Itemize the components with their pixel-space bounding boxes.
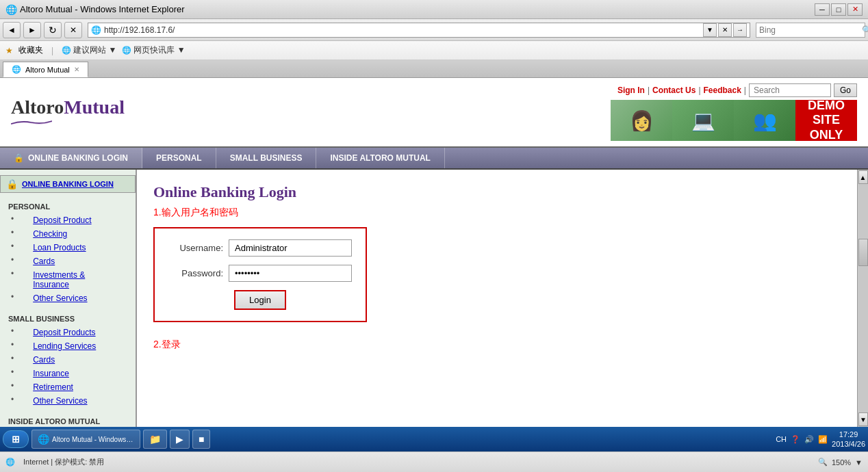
nav-item-personal[interactable]: PERSONAL bbox=[142, 148, 216, 168]
logo-mutual: Mutual bbox=[64, 96, 125, 118]
insurance-link[interactable]: Insurance bbox=[16, 367, 77, 380]
minimize-button[interactable]: ─ bbox=[815, 3, 830, 16]
zoom-dropdown-button[interactable]: ▼ bbox=[855, 458, 863, 467]
header-links: Sign In | Contact Us | Feedback | Go bbox=[617, 83, 857, 97]
sidebar-item-deposit-product[interactable]: Deposit Product bbox=[0, 213, 136, 227]
address-refresh-button[interactable]: ✕ bbox=[718, 23, 732, 37]
sidebar-item-retirement[interactable]: Retirement bbox=[0, 380, 136, 394]
taskbar-button-terminal[interactable]: ■ bbox=[192, 430, 210, 449]
taskbar-terminal-icon: ■ bbox=[199, 434, 204, 445]
taskbar-button-ie[interactable]: 🌐 Altoro Mutual - Windows Internet Explo… bbox=[31, 430, 140, 449]
status-right: 🔍 150% ▼ bbox=[818, 458, 863, 467]
sidebar-item-lending-services[interactable]: Lending Services bbox=[0, 339, 136, 353]
refresh-button[interactable]: ↻ bbox=[44, 22, 62, 38]
taskbar-button-media[interactable]: ▶ bbox=[170, 430, 190, 449]
username-label: Username: bbox=[168, 243, 223, 253]
deposit-product-link[interactable]: Deposit Product bbox=[16, 214, 99, 226]
main-content: Online Banking Login 1.输入用户名和密码 Username… bbox=[137, 170, 857, 461]
tab-label: Altoro Mutual bbox=[25, 66, 70, 74]
site-search-input[interactable] bbox=[749, 83, 831, 97]
address-bar-input[interactable] bbox=[104, 25, 703, 35]
header-person-icon-1: 👩 bbox=[630, 109, 654, 132]
nav-item-small-business[interactable]: SMALL BUSINESS bbox=[216, 148, 317, 168]
header-image-2: 💻 bbox=[672, 100, 734, 141]
address-bar-container: 🌐 ▼ ✕ → bbox=[88, 23, 750, 38]
sidebar-login-section[interactable]: 🔒 ONLINE BANKING LOGIN bbox=[0, 175, 136, 193]
zoom-level: 150% bbox=[832, 458, 851, 467]
tab-close-button[interactable]: ✕ bbox=[74, 66, 79, 73]
header-search: Go bbox=[749, 83, 857, 97]
page-title: Online Banking Login bbox=[153, 183, 841, 201]
other-services-sb-link[interactable]: Other Services bbox=[16, 395, 95, 407]
login-btn-row: Login bbox=[168, 290, 352, 310]
password-input[interactable] bbox=[229, 265, 352, 282]
browser-title: Altoro Mutual - Windows Internet Explore… bbox=[20, 4, 185, 14]
taskbar-question-icon: ❓ bbox=[791, 435, 800, 444]
favorites-item-suggest[interactable]: 🌐 建议网站 ▼ bbox=[62, 44, 116, 56]
header-people-icon: 👥 bbox=[753, 109, 777, 132]
windows-icon: ⊞ bbox=[12, 434, 20, 445]
lock-nav-icon: 🔒 bbox=[14, 153, 24, 163]
sidebar-item-other-personal[interactable]: Other Services bbox=[0, 291, 136, 305]
retirement-link[interactable]: Retirement bbox=[16, 381, 81, 393]
sidebar-item-investments[interactable]: Investments & Insurance bbox=[0, 268, 136, 291]
address-go-button[interactable]: → bbox=[733, 23, 747, 37]
search-bar-container: 🔍 ▼ bbox=[756, 23, 865, 38]
start-button[interactable]: ⊞ bbox=[3, 430, 29, 448]
active-tab[interactable]: 🌐 Altoro Mutual ✕ bbox=[3, 62, 88, 77]
sidebar-item-insurance[interactable]: Insurance bbox=[0, 367, 136, 380]
date: 2013/4/26 bbox=[832, 439, 865, 449]
feedback-link[interactable]: Feedback bbox=[704, 86, 741, 95]
back-button[interactable]: ◄ bbox=[3, 22, 21, 38]
username-input[interactable] bbox=[229, 239, 352, 257]
logo-altoro: Altoro bbox=[11, 96, 64, 118]
site-search-go-button[interactable]: Go bbox=[834, 83, 857, 97]
taskbar-network-icon: 📶 bbox=[818, 435, 828, 444]
demo-badge: DEMO SITE ONLY bbox=[795, 100, 857, 141]
maximize-button[interactable]: □ bbox=[831, 3, 846, 16]
favorites-item-quicknews[interactable]: 🌐 网页快讯库 ▼ bbox=[122, 44, 185, 56]
loan-products-link[interactable]: Loan Products bbox=[16, 241, 94, 254]
header-laptop-icon: 💻 bbox=[691, 109, 715, 132]
vertical-scrollbar[interactable]: ▲ ▼ bbox=[857, 170, 868, 461]
contact-link[interactable]: Contact Us bbox=[652, 86, 695, 95]
signin-link[interactable]: Sign In bbox=[617, 86, 645, 95]
cards-personal-link[interactable]: Cards bbox=[16, 255, 63, 267]
scroll-up-button[interactable]: ▲ bbox=[858, 170, 868, 184]
scroll-down-button[interactable]: ▼ bbox=[858, 412, 868, 426]
close-button[interactable]: ✕ bbox=[847, 3, 863, 16]
forward-button[interactable]: ► bbox=[23, 22, 41, 38]
sidebar-item-checking[interactable]: Checking bbox=[0, 227, 136, 241]
stop-button[interactable]: ✕ bbox=[64, 22, 82, 38]
taskbar-explorer-icon: 📁 bbox=[149, 434, 161, 445]
investments-link[interactable]: Investments & Insurance bbox=[16, 269, 127, 291]
address-navigate-button[interactable]: ▼ bbox=[703, 23, 717, 37]
bing-search-input[interactable] bbox=[759, 25, 862, 35]
nav-item-banking-login[interactable]: 🔒 ONLINE BANKING LOGIN bbox=[0, 148, 142, 168]
cards-sb-link[interactable]: Cards bbox=[16, 354, 63, 366]
lending-services-link[interactable]: Lending Services bbox=[16, 340, 104, 352]
scroll-thumb[interactable] bbox=[858, 239, 868, 266]
sidebar-personal-title: PERSONAL bbox=[0, 198, 136, 213]
header-right: Sign In | Contact Us | Feedback | Go 👩 💻 bbox=[611, 83, 857, 141]
taskbar-button-explorer[interactable]: 📁 bbox=[143, 430, 167, 449]
browser-titlebar: 🌐 Altoro Mutual - Windows Internet Explo… bbox=[0, 0, 868, 19]
sidebar-item-loan-products[interactable]: Loan Products bbox=[0, 241, 136, 254]
deposit-products-sb-link[interactable]: Deposit Products bbox=[16, 326, 103, 339]
checking-link[interactable]: Checking bbox=[16, 228, 75, 240]
sidebar-item-cards-personal[interactable]: Cards bbox=[0, 254, 136, 268]
sidebar-login-link[interactable]: ONLINE BANKING LOGIN bbox=[22, 180, 114, 188]
annotation-login: 2.登录 bbox=[153, 339, 841, 351]
password-row: Password: bbox=[168, 265, 352, 282]
zoom-icon: 🔍 bbox=[818, 458, 828, 467]
other-services-personal-link[interactable]: Other Services bbox=[16, 292, 95, 304]
nav-item-inside-altoro[interactable]: INSIDE ALTORO MUTUAL bbox=[316, 148, 444, 168]
sidebar-item-other-sb[interactable]: Other Services bbox=[0, 394, 136, 408]
sidebar-item-deposit-products-sb[interactable]: Deposit Products bbox=[0, 326, 136, 339]
login-button[interactable]: Login bbox=[234, 290, 286, 310]
taskbar-volume-icon: 🔊 bbox=[804, 435, 814, 444]
search-icon: 🔍 bbox=[862, 25, 868, 35]
sidebar-lock-icon: 🔒 bbox=[6, 179, 18, 189]
header-image-3: 👥 bbox=[734, 100, 795, 141]
sidebar-item-cards-sb[interactable]: Cards bbox=[0, 353, 136, 367]
